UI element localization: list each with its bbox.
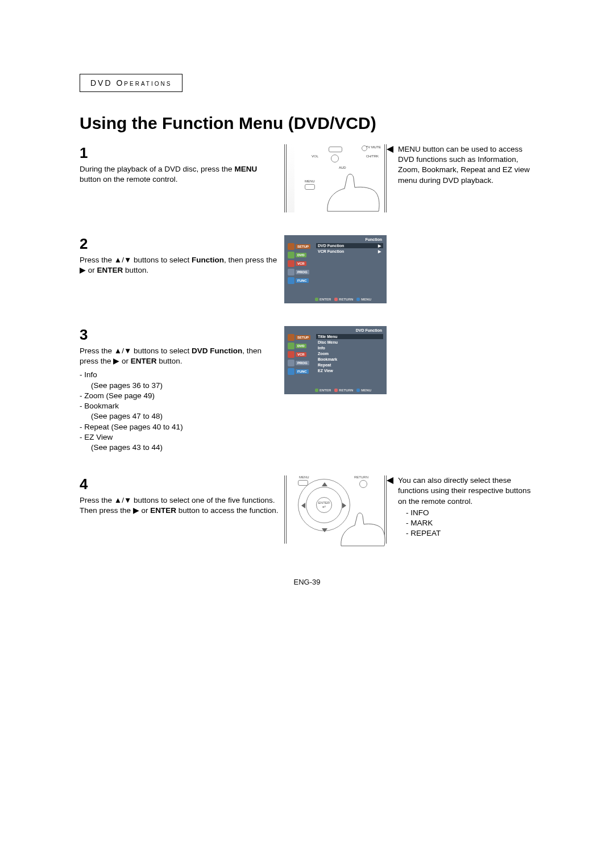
remote-nav-illustration: MENU RETURN ENTER ↵ <box>284 475 387 544</box>
step-number: 2 <box>80 235 279 253</box>
osd-list: Title Menu Disc Menu Info Zoom Bookmark … <box>316 334 383 374</box>
pointer-left-icon <box>387 477 393 484</box>
osd-sidebar: SETUP DVD VCR PROG FUNC <box>288 243 310 286</box>
menu-label: MENU <box>299 475 309 479</box>
pointer-left-icon <box>387 146 393 153</box>
osd-list-item: Title Menu <box>316 334 383 339</box>
remote-button-list: INFO MARK REPEAT <box>406 508 534 539</box>
step-text: During the playback of a DVD disc, press… <box>80 164 279 185</box>
enter-button-icon: ENTER ↵ <box>316 497 332 513</box>
osd-footer: ENTER RETURN MENU <box>315 298 383 301</box>
step-4: 4 Press the ▲/▼ buttons to select one of… <box>80 475 284 516</box>
osd-function-menu: Function SETUP DVD VCR PROG FUNC DVD Fun… <box>284 235 387 303</box>
hand-icon <box>337 507 388 547</box>
step-text: Press the ▲/▼ buttons to select Function… <box>80 255 279 276</box>
page-title: Using the Function Menu (DVD/VCD) <box>80 114 534 133</box>
osd-list-item: Info <box>316 345 383 350</box>
step-2: 2 Press the ▲/▼ buttons to select Functi… <box>80 235 284 276</box>
menu-label: MENU <box>305 180 315 183</box>
left-arrow-icon <box>301 503 305 508</box>
up-arrow-icon <box>322 482 327 486</box>
osd-list-item: Bookmark <box>316 357 383 362</box>
section-label: DVD Operations <box>90 78 172 87</box>
manual-page: DVD Operations Using the Function Menu (… <box>80 74 534 586</box>
osd-dvd-function-menu: DVD Function SETUP DVD VCR PROG FUNC Tit… <box>284 326 387 394</box>
section-header: DVD Operations <box>80 74 182 92</box>
osd-list-item: EZ View <box>316 368 383 373</box>
up-down-icon: ▲/▼ <box>114 496 131 504</box>
step-4-row: 4 Press the ▲/▼ buttons to select one of… <box>80 475 534 544</box>
return-label: RETURN <box>354 475 368 479</box>
remote-illustration-top: TV MUTE VOL CH/TRK AUD MENU <box>284 144 387 212</box>
osd-title: DVD Function <box>356 328 382 332</box>
osd-footer: ENTER RETURN MENU <box>315 389 383 392</box>
page-number: ENG-39 <box>80 578 534 586</box>
osd-title: Function <box>365 237 382 241</box>
vol-label: VOL <box>312 155 318 158</box>
hand-icon <box>322 167 384 212</box>
osd-list-item: VCR Function▶ <box>316 249 383 254</box>
step-3-row: 3 Press the ▲/▼ buttons to select DVD Fu… <box>80 326 534 453</box>
osd-list-item: Disc Menu <box>316 340 383 345</box>
side-note-1: MENU button can be used to access DVD fu… <box>387 144 534 186</box>
tv-mute-label: TV MUTE <box>366 145 381 149</box>
down-arrow-icon <box>322 528 327 532</box>
step-1-row: 1 During the playback of a DVD disc, pre… <box>80 144 534 212</box>
step-1: 1 During the playback of a DVD disc, pre… <box>80 144 284 185</box>
osd-list: DVD Function▶ VCR Function▶ <box>316 243 383 254</box>
up-down-icon: ▲/▼ <box>114 347 131 355</box>
ch-label: CH/TRK <box>366 155 379 158</box>
up-down-icon: ▲/▼ <box>114 256 131 264</box>
step-text: Press the ▲/▼ buttons to select DVD Func… <box>80 346 279 453</box>
step-2-row: 2 Press the ▲/▼ buttons to select Functi… <box>80 235 534 303</box>
step-number: 1 <box>80 144 279 162</box>
osd-list-item: Zoom <box>316 351 383 356</box>
step-text: Press the ▲/▼ buttons to select one of t… <box>80 495 279 516</box>
step-number: 3 <box>80 326 279 344</box>
osd-list-item: Repeat <box>316 362 383 368</box>
right-icon: ▶ <box>133 506 139 515</box>
side-note-4: You can also directly select these funct… <box>387 475 534 539</box>
osd-sidebar: SETUP DVD VCR PROG FUNC <box>288 334 310 377</box>
step-3: 3 Press the ▲/▼ buttons to select DVD Fu… <box>80 326 284 453</box>
right-icon: ▶ <box>113 357 119 365</box>
function-list: Info(See pages 36 to 37) Zoom (See page … <box>80 370 279 453</box>
step-number: 4 <box>80 475 279 493</box>
right-icon: ▶ <box>80 266 86 274</box>
osd-list-item: DVD Function▶ <box>316 243 383 248</box>
